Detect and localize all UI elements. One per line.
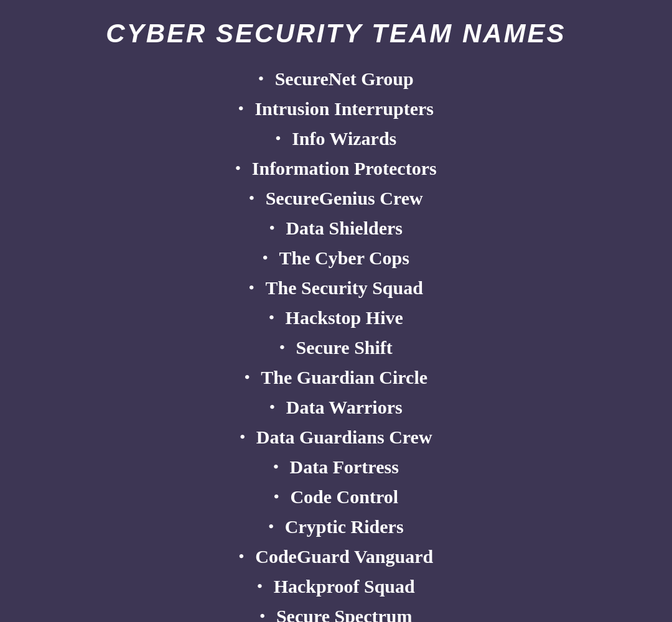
list-item: Secure Spectrum <box>56 603 616 622</box>
list-item-label: SecureNet Group <box>275 66 414 92</box>
team-names-list: SecureNet GroupIntrusion InterruptersInf… <box>56 66 616 622</box>
list-item-label: The Guardian Circle <box>261 364 427 391</box>
list-item: Data Warriors <box>56 394 616 420</box>
list-item-label: Data Fortress <box>290 454 399 480</box>
list-item-label: SecureGenius Crew <box>266 185 423 211</box>
list-item: SecureNet Group <box>56 66 616 92</box>
list-item: Secure Shift <box>56 335 616 361</box>
list-item-label: Hackproof Squad <box>274 573 415 600</box>
list-item-label: Data Shielders <box>286 215 403 241</box>
list-item-label: Data Warriors <box>286 394 403 420</box>
list-item-label: CodeGuard Vanguard <box>255 544 433 570</box>
list-item: SecureGenius Crew <box>56 185 616 211</box>
list-item-label: Hackstop Hive <box>286 305 403 331</box>
page-title: CYBER SECURITY TEAM NAMES <box>106 19 566 49</box>
list-item-label: Cryptic Riders <box>285 514 404 540</box>
list-item-label: Secure Shift <box>296 335 393 361</box>
list-container: SecureNet GroupIntrusion InterruptersInf… <box>12 66 660 622</box>
list-item: Intrusion Interrupters <box>56 96 616 122</box>
list-item-label: Info Wizards <box>292 126 396 152</box>
list-item: Code Control <box>56 484 616 510</box>
list-item: Hackstop Hive <box>56 305 616 331</box>
list-item: Data Guardians Crew <box>56 424 616 450</box>
list-item: Hackproof Squad <box>56 573 616 600</box>
list-item: CodeGuard Vanguard <box>56 544 616 570</box>
list-item: Info Wizards <box>56 126 616 152</box>
list-item: Cryptic Riders <box>56 514 616 540</box>
list-item-label: The Security Squad <box>266 275 423 301</box>
list-item: The Guardian Circle <box>56 364 616 391</box>
list-item: The Cyber Cops <box>56 245 616 271</box>
list-item: Data Fortress <box>56 454 616 480</box>
list-item-label: Code Control <box>290 484 398 510</box>
list-item-label: Information Protectors <box>252 156 437 182</box>
list-item-label: Data Guardians Crew <box>256 424 432 450</box>
list-item-label: Intrusion Interrupters <box>254 96 434 122</box>
list-item: Data Shielders <box>56 215 616 241</box>
list-item-label: The Cyber Cops <box>279 245 409 271</box>
list-item-label: Secure Spectrum <box>276 603 413 622</box>
list-item: The Security Squad <box>56 275 616 301</box>
list-item: Information Protectors <box>56 156 616 182</box>
